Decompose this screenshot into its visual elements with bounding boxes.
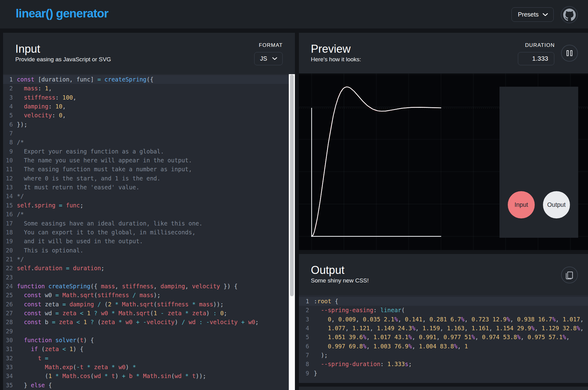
code-line: 32 t = bbox=[3, 354, 295, 363]
code-line: 24function createSpring({ mass, stiffnes… bbox=[3, 282, 295, 291]
chevron-down-icon bbox=[543, 13, 548, 16]
next-panel-edge bbox=[299, 387, 588, 390]
code-line: 16/* bbox=[3, 210, 295, 219]
code-line: 8/* bbox=[3, 138, 295, 147]
code-line: 35 } else { bbox=[3, 381, 295, 390]
code-line: 1const [duration, func] = createSpring({ bbox=[3, 75, 295, 84]
code-line: 12 where 0 is the start, and 1 is the en… bbox=[3, 174, 295, 183]
animation-demo-panel: Input Output bbox=[499, 87, 578, 238]
code-line: 10 The name you use here will appear in … bbox=[3, 156, 295, 165]
code-line: 21*/ bbox=[3, 255, 295, 264]
presets-button-label: Presets bbox=[518, 11, 539, 18]
code-line: 11 The easing function must take a numbe… bbox=[3, 165, 295, 174]
code-line: 6 0.997 69.8%, 1.003 76.9%, 1.004 83.8%,… bbox=[299, 342, 588, 351]
code-line: 6}); bbox=[3, 120, 295, 129]
input-panel-title: Input bbox=[15, 43, 40, 55]
preview-panel-subtitle: Here's how it looks: bbox=[311, 56, 361, 63]
code-line: 4 1.077, 1.121, 1.149 24.3%, 1.159, 1.16… bbox=[299, 324, 588, 333]
demo-output-ball: Output bbox=[543, 191, 570, 218]
code-line: 28 const b = zeta < 1 ? (zeta * w0 + -ve… bbox=[3, 318, 295, 327]
input-code-editor[interactable]: 1const [duration, func] = createSpring({… bbox=[3, 74, 295, 390]
editor-scrollbar-thumb[interactable] bbox=[290, 74, 294, 296]
demo-input-label: Input bbox=[514, 201, 528, 208]
code-line: 14*/ bbox=[3, 192, 295, 201]
code-line: 2 --spring-easing: linear( bbox=[299, 306, 588, 315]
code-line: 31 if (zeta < 1) { bbox=[3, 345, 295, 354]
format-select-value: JS bbox=[260, 55, 267, 62]
code-line: 23 bbox=[3, 273, 295, 282]
code-line: 7 ); bbox=[299, 351, 588, 360]
code-line: 20 This is optional. bbox=[3, 246, 295, 255]
pause-button[interactable] bbox=[561, 45, 578, 62]
code-line: 27 const wd = zeta < 1 ? w0 * Math.sqrt(… bbox=[3, 309, 295, 318]
chevron-down-icon bbox=[272, 57, 277, 60]
code-line: 15self.spring = func; bbox=[3, 201, 295, 210]
demo-output-label: Output bbox=[547, 201, 566, 208]
pause-icon bbox=[567, 50, 572, 56]
code-line: 17 Some easings have an ideal duration, … bbox=[3, 219, 295, 228]
github-link[interactable] bbox=[561, 6, 578, 23]
output-panel: Output Some shiny new CSS! 1:root {2 --s… bbox=[299, 254, 588, 383]
code-line: 3 0, 0.009, 0.035 2.1%, 0.141, 0.281 6.7… bbox=[299, 315, 588, 324]
code-line: 5 1.051 39.6%, 1.017 43.1%, 0.991, 0.977… bbox=[299, 333, 588, 342]
code-line: 3 stiffness: 100, bbox=[3, 93, 295, 102]
code-line: 4 damping: 10, bbox=[3, 102, 295, 111]
github-icon bbox=[563, 9, 576, 21]
format-label: FORMAT bbox=[259, 42, 283, 48]
output-panel-subtitle: Some shiny new CSS! bbox=[311, 277, 369, 284]
code-line: 1:root { bbox=[299, 297, 588, 306]
code-line: 18 You can export it to the global, in m… bbox=[3, 228, 295, 237]
format-select[interactable]: JS bbox=[254, 52, 283, 65]
code-line: 2 mass: 1, bbox=[3, 84, 295, 93]
duration-input[interactable] bbox=[518, 52, 554, 65]
code-line: 9 Export your easing function as a globa… bbox=[3, 147, 295, 156]
easing-graph: Input Output bbox=[299, 74, 588, 250]
app-header: linear() generator Presets bbox=[0, 0, 588, 28]
code-line: 9} bbox=[299, 369, 588, 378]
input-panel: Input Provide easing as JavaScript or SV… bbox=[3, 33, 295, 390]
presets-button[interactable]: Presets bbox=[511, 7, 554, 22]
code-line: 33 Math.exp(-t * zeta * w0) * bbox=[3, 363, 295, 372]
code-line: 29 bbox=[3, 327, 295, 336]
code-line: 19 and it will be used in the output. bbox=[3, 237, 295, 246]
code-line: 13 It must return the 'eased' value. bbox=[3, 183, 295, 192]
copy-button[interactable] bbox=[561, 267, 578, 283]
output-code-editor[interactable]: 1:root {2 --spring-easing: linear(3 0, 0… bbox=[299, 295, 588, 383]
code-line: 26 const zeta = damping / (2 * Math.sqrt… bbox=[3, 300, 295, 309]
input-panel-subtitle: Provide easing as JavaScript or SVG bbox=[15, 56, 111, 63]
demo-input-ball: Input bbox=[508, 191, 535, 218]
code-line: 25 const w0 = Math.sqrt(stiffness / mass… bbox=[3, 291, 295, 300]
editor-scrollbar[interactable] bbox=[289, 74, 295, 390]
code-line: 34 (1 * Math.cos(wd * t) + b * Math.sin(… bbox=[3, 372, 295, 381]
code-line: 22self.duration = duration; bbox=[3, 264, 295, 273]
code-line: 7 bbox=[3, 129, 295, 138]
code-line: 30 function solver(t) { bbox=[3, 336, 295, 345]
copy-icon bbox=[565, 271, 574, 280]
code-line: 8 --spring-duration: 1.333s; bbox=[299, 360, 588, 369]
preview-panel: Preview Here's how it looks: DURATION In… bbox=[299, 33, 588, 250]
preview-panel-title: Preview bbox=[311, 43, 351, 55]
output-panel-title: Output bbox=[311, 264, 345, 277]
duration-label: DURATION bbox=[525, 42, 555, 48]
code-line: 5 velocity: 0, bbox=[3, 111, 295, 120]
page-title: linear() generator bbox=[16, 7, 108, 20]
